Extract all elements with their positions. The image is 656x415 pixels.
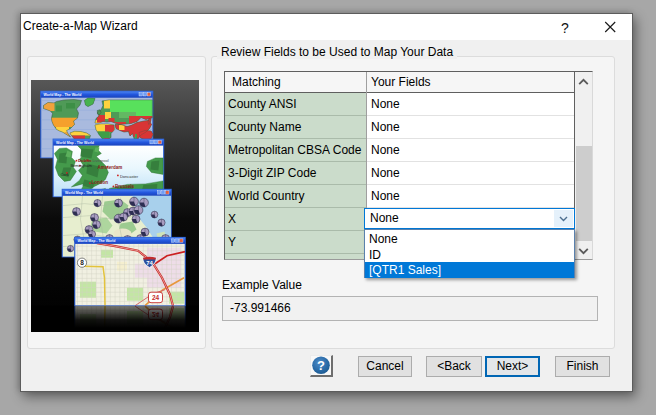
- svg-text:Brussels: Brussels: [115, 184, 135, 189]
- svg-text:Doncaster: Doncaster: [120, 174, 139, 179]
- svg-text:London: London: [91, 180, 108, 185]
- svg-text:Cork: Cork: [60, 172, 68, 177]
- svg-text:74: 74: [146, 260, 153, 266]
- svg-text:World Map - The World: World Map - The World: [65, 191, 103, 195]
- svg-text:World Map - The World: World Map - The World: [78, 239, 116, 243]
- svg-text:24: 24: [152, 294, 160, 301]
- svg-text:8: 8: [80, 259, 84, 266]
- svg-text:Liverpool: Liverpool: [92, 158, 108, 163]
- svg-text:World Map - The World: World Map - The World: [44, 93, 82, 97]
- svg-text:Amsterdam: Amsterdam: [97, 165, 122, 170]
- svg-text:World Map - The World: World Map - The World: [56, 141, 94, 145]
- svg-text:Birmingham: Birmingham: [70, 163, 92, 168]
- svg-text:?: ?: [317, 358, 325, 373]
